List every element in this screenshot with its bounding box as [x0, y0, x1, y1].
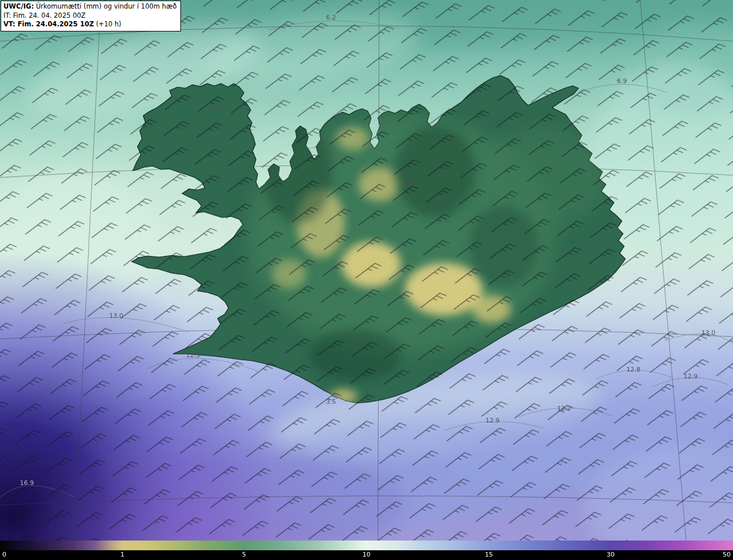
- weather-map-graphic: [0, 0, 733, 541]
- map-canvas: 6.26.93.57.16.513.013.012.512.812.93.512…: [0, 0, 733, 541]
- precipitation-colorbar: 01510153050: [0, 541, 733, 560]
- valid-time-line: VT: Fim. 24.04.2025 10Z (+10 h): [3, 20, 177, 29]
- colorbar-tick-label: 50: [723, 551, 731, 558]
- colorbar-gradient: [0, 541, 733, 550]
- colorbar-tick-label: 5: [242, 551, 246, 558]
- valid-offset: (+10 h): [96, 20, 121, 28]
- colorbar-ticks: 01510153050: [0, 550, 733, 560]
- colorbar-tick-label: 10: [362, 551, 371, 558]
- valid-time: VT: Fim. 24.04.2025 10Z: [3, 20, 94, 28]
- colorbar-tick-label: 15: [485, 551, 493, 558]
- init-time: IT: Fim. 24. 04. 2025 00Z: [3, 11, 177, 21]
- colorbar-tick-label: 1: [120, 551, 124, 558]
- map-title: Úrkomumætti (mm) og vindur í 100m hæð: [36, 2, 177, 10]
- title-line: UWC/IG: Úrkomumætti (mm) og vindur í 100…: [3, 2, 177, 11]
- map-title-box: UWC/IG: Úrkomumætti (mm) og vindur í 100…: [1, 1, 181, 31]
- colorbar-tick-label: 0: [2, 551, 6, 558]
- colorbar-tick-label: 30: [606, 551, 614, 558]
- weather-map-page: 6.26.93.57.16.513.013.012.512.812.93.512…: [0, 0, 733, 560]
- wind-barbs-layer: [0, 0, 733, 541]
- model-label: UWC/IG:: [3, 2, 34, 10]
